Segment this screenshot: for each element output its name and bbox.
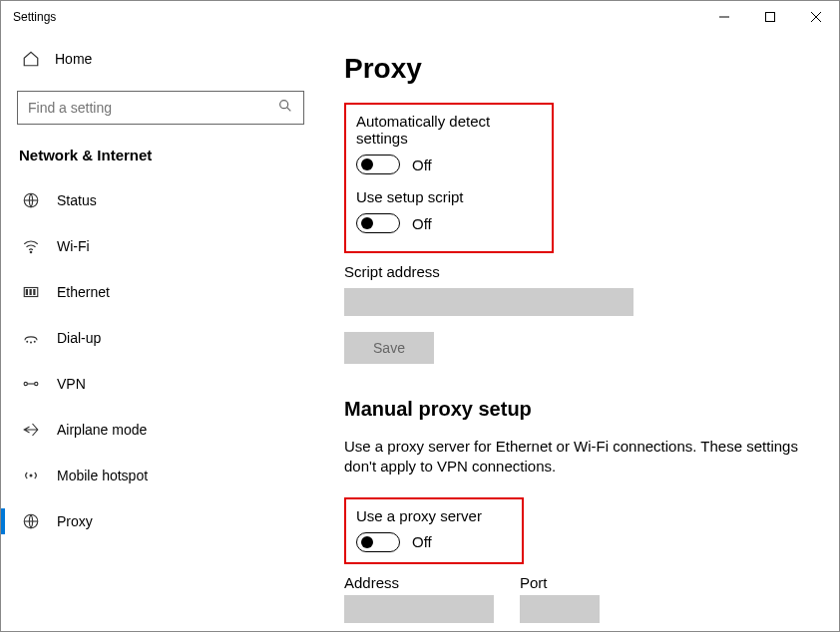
home-nav[interactable]: Home: [17, 39, 304, 79]
sidebar-item-hotspot[interactable]: Mobile hotspot: [17, 453, 304, 498]
nav-label: Mobile hotspot: [57, 468, 148, 483]
svg-point-14: [30, 342, 32, 344]
svg-rect-11: [30, 289, 32, 295]
proxy-icon: [21, 512, 41, 530]
highlight-box-auto: Automatically detect settings Off Use se…: [344, 103, 554, 253]
address-label: Address: [344, 574, 494, 591]
sidebar-item-dialup[interactable]: Dial-up: [17, 315, 304, 361]
nav-label: VPN: [57, 376, 86, 392]
nav-label: Airplane mode: [57, 422, 147, 438]
use-script-toggle[interactable]: [356, 213, 400, 233]
svg-rect-10: [26, 289, 28, 295]
save-button[interactable]: Save: [344, 332, 434, 364]
home-icon: [21, 50, 41, 68]
port-label: Port: [520, 574, 600, 591]
page-title: Proxy: [344, 53, 815, 85]
nav-label: Proxy: [57, 513, 93, 529]
sidebar-section-title: Network & Internet: [17, 147, 304, 163]
auto-detect-label: Automatically detect settings: [356, 113, 542, 147]
nav-label: Status: [57, 192, 97, 208]
sidebar-item-ethernet[interactable]: Ethernet: [17, 269, 304, 315]
svg-line-5: [287, 108, 291, 112]
sidebar-nav: Status Wi-Fi Ethernet Dial-up VPN Airpla…: [17, 177, 304, 544]
hotspot-icon: [21, 467, 41, 484]
home-label: Home: [55, 51, 92, 67]
maximize-button[interactable]: [747, 1, 793, 33]
airplane-icon: [21, 421, 41, 439]
nav-label: Dial-up: [57, 330, 101, 346]
use-proxy-state: Off: [412, 533, 432, 550]
search-input[interactable]: [28, 100, 266, 116]
search-box[interactable]: [17, 91, 304, 125]
address-input[interactable]: [344, 595, 494, 623]
manual-description: Use a proxy server for Ethernet or Wi-Fi…: [344, 437, 813, 477]
script-address-input[interactable]: [344, 288, 633, 316]
window-controls: [701, 1, 839, 33]
close-button[interactable]: [793, 1, 839, 33]
status-icon: [21, 191, 41, 209]
auto-detect-toggle[interactable]: [356, 155, 400, 174]
sidebar-item-proxy[interactable]: Proxy: [17, 498, 304, 544]
minimize-button[interactable]: [701, 1, 747, 33]
svg-point-16: [24, 382, 27, 385]
ethernet-icon: [21, 283, 41, 301]
dialup-icon: [21, 329, 41, 347]
search-icon: [277, 98, 293, 118]
nav-label: Wi-Fi: [57, 238, 90, 254]
svg-point-4: [280, 101, 288, 109]
sidebar-item-vpn[interactable]: VPN: [17, 361, 304, 407]
use-proxy-label: Use a proxy server: [356, 507, 512, 524]
sidebar-item-wifi[interactable]: Wi-Fi: [17, 223, 304, 269]
window-title: Settings: [13, 10, 56, 24]
use-script-label: Use setup script: [356, 188, 542, 205]
svg-point-8: [30, 251, 32, 253]
titlebar: Settings: [1, 1, 839, 33]
auto-detect-state: Off: [412, 157, 432, 173]
sidebar: Home Network & Internet Status Wi-Fi Eth…: [1, 33, 320, 631]
port-input[interactable]: [520, 595, 600, 623]
svg-rect-1: [766, 13, 775, 22]
svg-point-17: [35, 382, 38, 385]
highlight-box-manual: Use a proxy server Off: [344, 497, 524, 564]
main-panel: Proxy Automatically detect settings Off …: [320, 33, 839, 631]
svg-rect-12: [33, 289, 35, 295]
wifi-icon: [21, 237, 41, 255]
sidebar-item-status[interactable]: Status: [17, 177, 304, 223]
nav-label: Ethernet: [57, 284, 110, 300]
svg-point-19: [30, 474, 33, 477]
svg-point-13: [26, 341, 28, 343]
vpn-icon: [21, 375, 41, 393]
svg-point-15: [34, 341, 36, 343]
use-script-state: Off: [412, 215, 432, 232]
script-address-label: Script address: [344, 263, 815, 280]
sidebar-item-airplane[interactable]: Airplane mode: [17, 407, 304, 453]
manual-section-title: Manual proxy setup: [344, 398, 815, 421]
use-proxy-toggle[interactable]: [356, 532, 400, 552]
